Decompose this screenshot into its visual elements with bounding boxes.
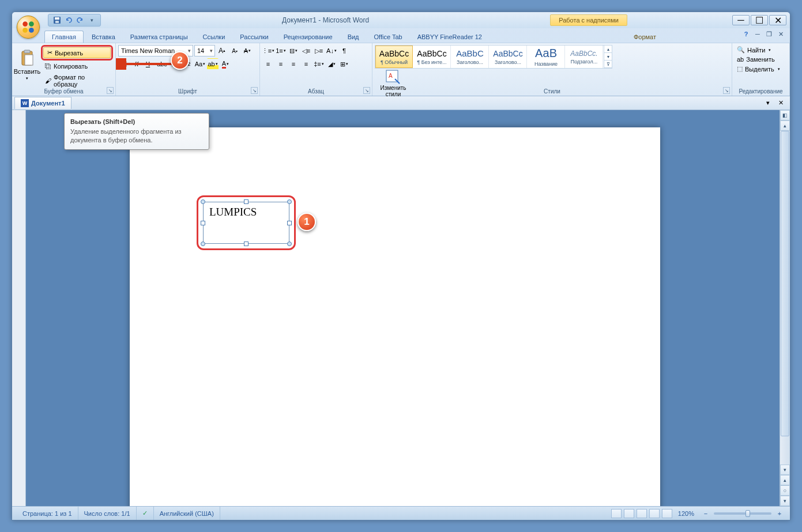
align-right-icon[interactable]: ≡ — [288, 58, 299, 70]
line-spacing-icon[interactable]: ‡≡ — [313, 58, 325, 70]
textbox[interactable]: LUMPICS — [203, 202, 289, 244]
align-left-icon[interactable]: ≡ — [262, 58, 274, 70]
save-icon[interactable] — [52, 15, 62, 25]
style-no-spacing[interactable]: AaBbCc¶ Без инте... — [413, 46, 451, 68]
ruler-toggle-icon[interactable]: ◧ — [780, 110, 790, 120]
textbox-content[interactable]: LUMPICS — [204, 202, 289, 222]
qat-customize-icon[interactable]: ▾ — [86, 15, 97, 25]
tab-layout[interactable]: Разметка страницы — [123, 31, 195, 43]
paragraph-launcher-icon[interactable]: ↘ — [363, 87, 370, 94]
zoom-out-icon[interactable]: − — [700, 508, 711, 519]
zoom-slider[interactable] — [714, 512, 771, 515]
prev-page-icon[interactable]: ▴ — [780, 475, 790, 485]
undo-icon[interactable] — [63, 15, 74, 25]
resize-handle-nw[interactable] — [201, 199, 205, 204]
gallery-down-icon[interactable]: ▾ — [604, 53, 612, 61]
gallery-more-icon[interactable]: ⊽ — [604, 61, 612, 68]
document-area[interactable] — [26, 110, 780, 506]
multilevel-icon[interactable]: ⊟ — [288, 45, 299, 56]
shrink-font-icon[interactable]: A▾ — [229, 45, 240, 56]
style-heading1[interactable]: AaBbCЗаголово... — [451, 46, 489, 68]
view-print-icon[interactable] — [611, 509, 622, 518]
view-outline-icon[interactable] — [649, 509, 660, 518]
font-launcher-icon[interactable]: ↘ — [251, 87, 258, 94]
change-case-icon[interactable]: Aa — [194, 58, 206, 70]
resize-handle-ne[interactable] — [287, 199, 292, 204]
status-page[interactable]: Страница: 1 из 1 — [17, 507, 78, 520]
scroll-down-icon[interactable]: ▾ — [780, 465, 790, 475]
paste-button[interactable]: Вставить ▾ — [14, 45, 40, 85]
tab-home[interactable]: Главная — [44, 31, 84, 43]
maximize-button[interactable]: ☐ — [751, 15, 768, 25]
shading-icon[interactable]: ◢ — [326, 58, 337, 70]
resize-handle-n[interactable] — [244, 199, 248, 204]
clear-formatting-icon[interactable]: A — [242, 45, 253, 56]
justify-icon[interactable]: ≡ — [300, 58, 312, 70]
tab-review[interactable]: Рецензирование — [277, 31, 340, 43]
tab-references[interactable]: Ссылки — [196, 31, 232, 43]
minimize-button[interactable]: ─ — [732, 15, 750, 25]
tab-mailings[interactable]: Рассылки — [233, 31, 275, 43]
resize-handle-se[interactable] — [287, 242, 292, 246]
redo-icon[interactable] — [75, 15, 85, 25]
resize-handle-e[interactable] — [287, 221, 292, 225]
resize-handle-s[interactable] — [244, 242, 248, 246]
select-button[interactable]: ⬚Выделить▾ — [735, 64, 787, 74]
view-draft-icon[interactable] — [662, 509, 672, 518]
tab-dropdown-icon[interactable]: ▾ — [762, 97, 774, 109]
close-button[interactable]: ✕ — [769, 15, 786, 25]
resize-handle-sw[interactable] — [201, 242, 205, 246]
zoom-level[interactable]: 120% — [678, 510, 694, 517]
scroll-track[interactable] — [780, 131, 790, 465]
office-button[interactable] — [17, 16, 40, 39]
cut-button[interactable]: ✂ Вырезать — [43, 47, 111, 58]
numbering-icon[interactable]: 1≡ — [275, 45, 287, 56]
style-normal[interactable]: AaBbCc¶ Обычный — [375, 46, 413, 68]
font-size-combo[interactable]: 14 — [194, 45, 215, 56]
tab-insert[interactable]: Вставка — [85, 31, 122, 43]
highlight-icon[interactable]: ab — [207, 58, 219, 70]
help-icon[interactable]: ? — [741, 29, 751, 39]
sort-icon[interactable]: A↓ — [326, 45, 337, 56]
borders-icon[interactable]: ⊞ — [338, 58, 350, 70]
status-language[interactable]: Английский (США) — [154, 507, 220, 520]
zoom-thumb[interactable] — [745, 510, 750, 517]
scroll-up-icon[interactable]: ▴ — [780, 120, 790, 131]
find-button[interactable]: 🔍Найти▾ — [735, 45, 787, 55]
doc-tab-1[interactable]: W Документ1 — [14, 97, 71, 109]
vertical-ruler[interactable] — [12, 110, 26, 506]
mdi-minimize-icon[interactable]: ─ — [753, 29, 762, 39]
mdi-restore-icon[interactable]: ❐ — [765, 29, 774, 39]
vertical-scrollbar[interactable]: ◧ ▴ ▾ ▴ ○ ▾ — [780, 110, 790, 506]
scroll-thumb[interactable] — [781, 131, 789, 436]
clipboard-launcher-icon[interactable]: ↘ — [107, 87, 114, 94]
decrease-indent-icon[interactable]: ◁≡ — [300, 45, 312, 56]
resize-handle-w[interactable] — [201, 221, 205, 225]
increase-indent-icon[interactable]: ▷≡ — [313, 45, 325, 56]
view-web-icon[interactable] — [637, 509, 647, 518]
zoom-in-icon[interactable]: + — [774, 508, 785, 519]
align-center-icon[interactable]: ≡ — [275, 58, 287, 70]
textbox-selection[interactable]: LUMPICS — [197, 195, 296, 250]
style-title[interactable]: АаВНазвание — [528, 46, 565, 68]
format-painter-button[interactable]: 🖌 Формат по образцу — [41, 72, 113, 89]
gallery-up-icon[interactable]: ▴ — [604, 46, 612, 53]
view-fullscreen-icon[interactable] — [624, 509, 634, 518]
mdi-close-icon[interactable]: ✕ — [776, 29, 785, 39]
next-page-icon[interactable]: ▾ — [780, 496, 790, 506]
style-subtitle[interactable]: AaBbCc.Подзагол... — [566, 46, 603, 68]
status-proofing-icon[interactable]: ✓ — [137, 507, 154, 520]
browse-object-icon[interactable]: ○ — [780, 485, 790, 496]
grow-font-icon[interactable]: A▴ — [216, 45, 228, 56]
show-marks-icon[interactable]: ¶ — [338, 45, 350, 56]
styles-launcher-icon[interactable]: ↘ — [723, 87, 730, 94]
replace-button[interactable]: abЗаменить — [735, 55, 787, 64]
bullets-icon[interactable]: ⋮≡ — [262, 45, 274, 56]
tab-view[interactable]: Вид — [341, 31, 366, 43]
page[interactable] — [130, 127, 660, 506]
font-color-icon[interactable]: A — [220, 58, 231, 70]
tab-format[interactable]: Формат — [627, 31, 663, 43]
copy-button[interactable]: ⿻ Копировать — [41, 61, 113, 71]
style-heading2[interactable]: AaBbCcЗаголово... — [490, 46, 527, 68]
tab-close-icon[interactable]: ✕ — [775, 97, 786, 109]
